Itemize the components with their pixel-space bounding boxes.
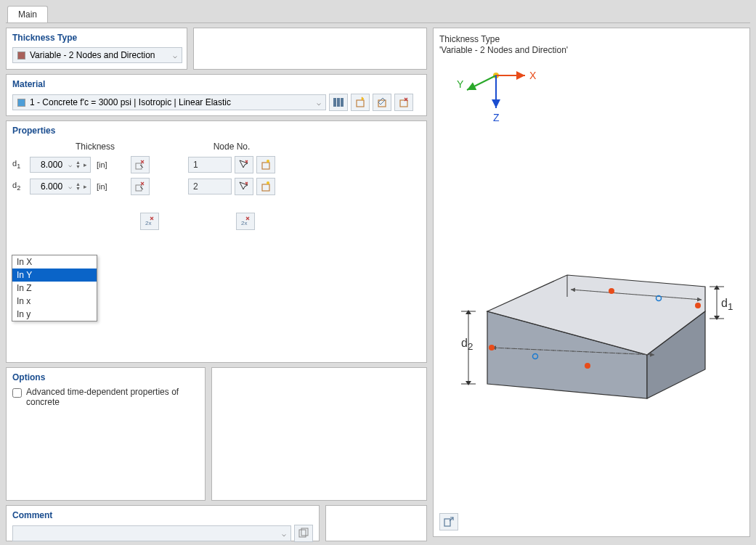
d2-unit: [in] bbox=[94, 182, 107, 191]
svg-point-32 bbox=[585, 363, 590, 369]
svg-point-29 bbox=[489, 345, 495, 351]
comment-spacer-panel bbox=[325, 505, 427, 541]
svg-text:Z: Z bbox=[493, 112, 500, 123]
node-header: Node No. bbox=[188, 142, 275, 152]
thickness-diagram bbox=[444, 268, 741, 427]
node1-pick-button[interactable] bbox=[235, 156, 253, 173]
options-title: Options bbox=[12, 372, 199, 382]
svg-text:Y: Y bbox=[457, 78, 464, 90]
svg-line-20 bbox=[467, 75, 496, 90]
delete-material-button[interactable] bbox=[394, 94, 413, 111]
tab-main[interactable]: Main bbox=[7, 6, 48, 22]
axis-diagram: X Y Z bbox=[445, 50, 547, 137]
svg-text:X: X bbox=[529, 70, 537, 81]
direction-option-in-z[interactable]: In Z bbox=[12, 282, 97, 295]
library-icon-button[interactable] bbox=[329, 94, 348, 111]
direction-option-in-x[interactable]: In X bbox=[12, 255, 97, 269]
material-title: Material bbox=[12, 79, 420, 89]
d1-pick-button[interactable] bbox=[131, 156, 150, 173]
thickness-header: Thickness bbox=[31, 142, 159, 152]
svg-rect-12 bbox=[262, 184, 269, 191]
d1-unit: [in] bbox=[94, 160, 107, 169]
chevron-down-icon: ⌵ bbox=[317, 99, 321, 107]
material-select[interactable]: 1 - Concrete f'c = 3000 psi | Isotropic … bbox=[12, 94, 326, 110]
export-preview-button[interactable] bbox=[439, 513, 458, 530]
svg-rect-2 bbox=[341, 98, 344, 107]
material-panel: Material 1 - Concrete f'c = 3000 psi | I… bbox=[6, 74, 427, 116]
node2-new-button[interactable] bbox=[256, 178, 275, 195]
d2-dim-label: d2 bbox=[461, 337, 473, 352]
thickness-type-value: Variable - 2 Nodes and Direction bbox=[30, 50, 155, 60]
node2-input[interactable]: 2 bbox=[188, 179, 232, 194]
direction-option-in-y-local[interactable]: In y bbox=[12, 308, 97, 321]
thickness-type-select[interactable]: Variable - 2 Nodes and Direction ⌵ bbox=[12, 47, 182, 63]
direction-option-in-x-local[interactable]: In x bbox=[12, 295, 97, 308]
new-material-button[interactable] bbox=[351, 94, 370, 111]
advanced-time-label: Advanced time-dependent properties of co… bbox=[26, 387, 199, 407]
chevron-down-icon: ⌵ bbox=[173, 52, 177, 60]
svg-rect-1 bbox=[337, 98, 340, 107]
node1-new-button[interactable] bbox=[256, 156, 275, 173]
d2-input[interactable]: 6.000 ⌵ ▲▼ ▸ bbox=[30, 179, 91, 194]
node-reset-button[interactable]: 2x bbox=[236, 213, 255, 230]
material-swatch-icon bbox=[17, 99, 25, 107]
empty-panel bbox=[193, 28, 427, 70]
thickness-swatch-icon bbox=[17, 52, 25, 60]
svg-rect-10 bbox=[262, 163, 269, 169]
svg-point-30 bbox=[609, 288, 614, 294]
direction-option-in-y[interactable]: In Y bbox=[12, 269, 97, 282]
svg-point-11 bbox=[267, 160, 269, 163]
svg-rect-0 bbox=[333, 98, 336, 107]
svg-rect-3 bbox=[357, 100, 364, 107]
d2-pick-button[interactable] bbox=[131, 178, 150, 195]
svg-rect-8 bbox=[136, 185, 142, 191]
d1-label: d1 bbox=[12, 159, 27, 170]
svg-text:2x: 2x bbox=[145, 220, 151, 226]
d1-input[interactable]: 8.000 ⌵ ▲▼ ▸ bbox=[30, 157, 91, 173]
svg-point-31 bbox=[695, 303, 701, 308]
comment-title: Comment bbox=[12, 510, 313, 520]
properties-title: Properties bbox=[12, 126, 420, 136]
edit-material-button[interactable] bbox=[373, 94, 391, 111]
properties-panel: Properties Thickness d1 8.000 ⌵ ▲▼ ▸ bbox=[6, 120, 427, 363]
svg-rect-6 bbox=[400, 100, 407, 107]
d2-label: d2 bbox=[12, 181, 27, 192]
svg-point-4 bbox=[362, 98, 364, 100]
chevron-down-icon: ⌵ bbox=[282, 530, 286, 538]
advanced-time-checkbox[interactable] bbox=[12, 388, 22, 398]
preview-title-line1: Thickness Type bbox=[439, 34, 744, 45]
thickness-type-title: Thickness Type bbox=[12, 33, 181, 43]
svg-rect-41 bbox=[444, 519, 450, 526]
comment-input[interactable]: ⌵ bbox=[12, 525, 291, 541]
thickness-type-panel: Thickness Type Variable - 2 Nodes and Di… bbox=[6, 28, 187, 70]
options-panel: Options Advanced time-dependent properti… bbox=[6, 367, 206, 501]
direction-dropdown: In X In Y In Z In x In y bbox=[12, 255, 97, 321]
svg-text:2x: 2x bbox=[241, 220, 247, 226]
svg-point-13 bbox=[267, 181, 269, 184]
thickness-reset-button[interactable]: 2x bbox=[140, 213, 159, 230]
comment-library-button[interactable] bbox=[294, 525, 313, 542]
material-value: 1 - Concrete f'c = 3000 psi | Isotropic … bbox=[30, 97, 231, 107]
comment-panel: Comment ⌵ bbox=[6, 505, 320, 541]
preview-panel: Thickness Type 'Variable - 2 Nodes and D… bbox=[433, 28, 750, 537]
node2-pick-button[interactable] bbox=[235, 178, 253, 195]
node1-input[interactable]: 1 bbox=[188, 157, 232, 173]
options-spacer-panel bbox=[211, 367, 427, 501]
svg-rect-7 bbox=[136, 163, 142, 169]
d1-dim-label: d1 bbox=[721, 297, 733, 312]
